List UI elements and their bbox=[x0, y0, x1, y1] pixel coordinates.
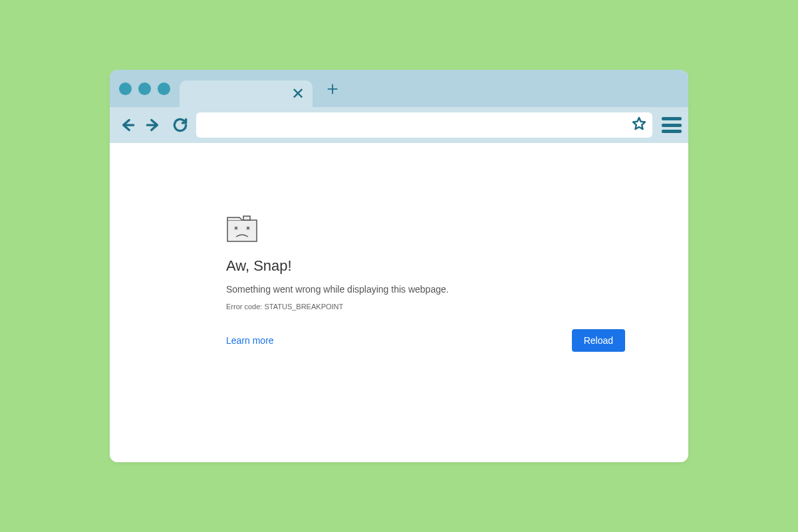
navigation-bar bbox=[110, 107, 688, 143]
error-title: Aw, Snap! bbox=[226, 257, 622, 275]
window-maximize-dot[interactable] bbox=[158, 82, 170, 95]
learn-more-link[interactable]: Learn more bbox=[226, 335, 274, 346]
browser-window: ✕ ＋ bbox=[110, 70, 688, 462]
sad-folder-icon bbox=[226, 215, 258, 243]
window-close-dot[interactable] bbox=[119, 82, 132, 95]
svg-rect-1 bbox=[243, 216, 250, 220]
window-controls bbox=[119, 82, 170, 95]
window-minimize-dot[interactable] bbox=[138, 82, 151, 95]
back-button[interactable] bbox=[116, 114, 138, 136]
menu-button[interactable] bbox=[662, 117, 682, 133]
error-block: Aw, Snap! Something went wrong while dis… bbox=[226, 215, 622, 352]
error-actions: Learn more Reload bbox=[226, 329, 625, 352]
browser-tab[interactable]: ✕ bbox=[180, 80, 313, 107]
close-tab-icon[interactable]: ✕ bbox=[291, 86, 305, 102]
address-bar[interactable] bbox=[196, 112, 652, 138]
error-description: Something went wrong while displaying th… bbox=[226, 284, 622, 295]
error-code: Error code: STATUS_BREAKPOINT bbox=[226, 303, 622, 311]
new-tab-button[interactable]: ＋ bbox=[323, 79, 342, 98]
forward-button[interactable] bbox=[143, 114, 164, 136]
tab-bar: ✕ ＋ bbox=[110, 70, 688, 107]
svg-rect-0 bbox=[227, 220, 257, 241]
page-content: Aw, Snap! Something went wrong while dis… bbox=[110, 143, 688, 462]
reload-button[interactable]: Reload bbox=[572, 329, 625, 352]
reload-icon[interactable] bbox=[170, 114, 191, 136]
bookmark-star-icon[interactable] bbox=[631, 116, 647, 134]
